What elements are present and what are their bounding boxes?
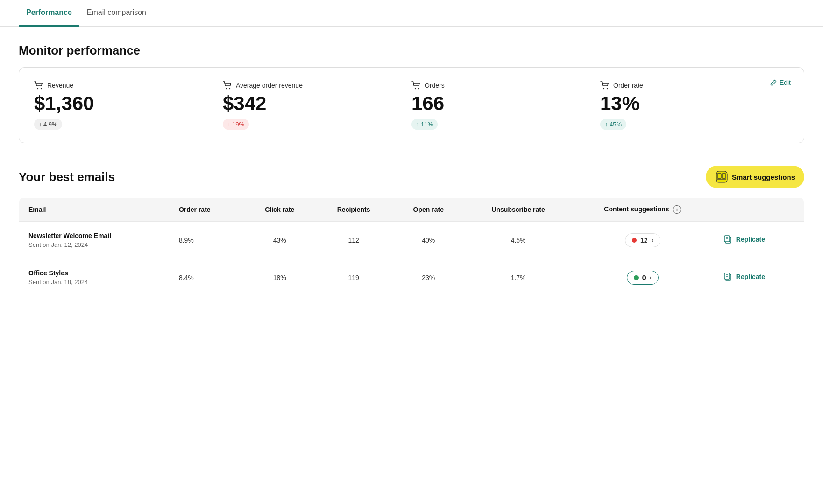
- order-rate-cell-2: 8.4%: [170, 259, 244, 296]
- col-header-email: Email: [19, 198, 170, 222]
- svg-point-0: [37, 88, 38, 89]
- metric-orders: Orders 166 ↑ 11%: [412, 81, 600, 130]
- suggestions-dot-2: [634, 275, 639, 280]
- email-name-2: Office Styles: [28, 269, 160, 277]
- table-header: Email Order rate Click rate Recipients O…: [19, 198, 804, 222]
- smart-suggestions-icon: [715, 170, 728, 183]
- metrics-card: Revenue $1,360 ↓ 4.9% Average order reve…: [19, 67, 804, 143]
- col-header-unsubscribe-rate: Unsubscribe rate: [465, 198, 572, 222]
- unsubscribe-rate-cell-1: 4.5%: [465, 222, 572, 259]
- orders-badge: ↑ 11%: [412, 119, 438, 130]
- open-rate-cell-2: 23%: [392, 259, 465, 296]
- order-rate-cell-1: 8.9%: [170, 222, 244, 259]
- col-header-open-rate: Open rate: [392, 198, 465, 222]
- avg-order-label: Average order revenue: [223, 81, 402, 90]
- col-header-action: [714, 198, 804, 222]
- svg-point-4: [415, 88, 416, 89]
- orders-label: Orders: [412, 81, 591, 90]
- suggestions-chevron-2: ›: [650, 274, 652, 281]
- page-content: Monitor performance Revenue $1,360 ↓ 4.9…: [0, 27, 823, 313]
- email-date-1: Sent on Jan. 12, 2024: [28, 241, 160, 248]
- revenue-label-text: Revenue: [47, 82, 73, 89]
- cart-icon-revenue: [34, 81, 43, 90]
- suggestions-dot-1: [632, 238, 637, 243]
- suggestions-count-1: 12: [640, 237, 648, 244]
- edit-button[interactable]: Edit: [770, 79, 791, 86]
- cart-icon-avg: [223, 81, 232, 90]
- replicate-button-2[interactable]: Replicate: [723, 272, 765, 281]
- suggestions-chevron-1: ›: [651, 237, 653, 244]
- open-rate-cell-1: 40%: [392, 222, 465, 259]
- order-rate-badge-text: 45%: [610, 121, 622, 128]
- suggestions-cell-1: 12 ›: [572, 222, 714, 259]
- avg-order-badge-text: 19%: [232, 121, 244, 128]
- svg-point-2: [226, 88, 227, 89]
- svg-point-5: [418, 88, 419, 89]
- revenue-arrow-down: ↓: [39, 121, 42, 128]
- click-rate-cell-1: 43%: [244, 222, 315, 259]
- svg-point-3: [229, 88, 230, 89]
- suggestions-badge-1[interactable]: 12 ›: [625, 233, 660, 247]
- recipients-cell-2: 119: [315, 259, 392, 296]
- replicate-label-2: Replicate: [736, 273, 765, 280]
- replicate-button-1[interactable]: Replicate: [723, 235, 765, 244]
- orders-arrow: ↑: [416, 121, 419, 128]
- unsubscribe-rate-cell-2: 1.7%: [465, 259, 572, 296]
- revenue-badge: ↓ 4.9%: [34, 119, 62, 130]
- col-header-content-suggestions: Content suggestions i: [572, 198, 714, 222]
- table-body: Newsletter Welcome Email Sent on Jan. 12…: [19, 222, 804, 296]
- orders-label-text: Orders: [425, 82, 445, 89]
- svg-point-1: [41, 88, 42, 89]
- replicate-icon-1: [723, 235, 732, 244]
- replicate-icon-2: [723, 272, 732, 281]
- table-row: Newsletter Welcome Email Sent on Jan. 12…: [19, 222, 804, 259]
- col-header-click-rate: Click rate: [244, 198, 315, 222]
- cart-icon-orders: [412, 81, 421, 90]
- metric-revenue: Revenue $1,360 ↓ 4.9%: [34, 81, 223, 130]
- revenue-value: $1,360: [34, 94, 213, 113]
- email-cell-2: Office Styles Sent on Jan. 18, 2024: [19, 259, 170, 296]
- best-emails-title: Your best emails: [19, 170, 115, 184]
- col-header-order-rate: Order rate: [170, 198, 244, 222]
- action-cell-1: Replicate: [714, 222, 804, 259]
- edit-label: Edit: [780, 79, 791, 86]
- edit-icon: [770, 79, 777, 86]
- emails-table: Email Order rate Click rate Recipients O…: [19, 197, 804, 296]
- svg-point-6: [603, 88, 604, 89]
- col-header-recipients: Recipients: [315, 198, 392, 222]
- avg-order-value: $342: [223, 94, 402, 113]
- revenue-label: Revenue: [34, 81, 213, 90]
- smart-suggestions-label: Smart suggestions: [732, 173, 795, 181]
- tabs-container: Performance Email comparison: [0, 0, 823, 27]
- tab-email-comparison[interactable]: Email comparison: [79, 0, 154, 27]
- metric-avg-order-revenue: Average order revenue $342 ↓ 19%: [223, 81, 412, 130]
- suggestions-badge-2[interactable]: 0 ›: [627, 271, 659, 285]
- click-rate-cell-2: 18%: [244, 259, 315, 296]
- action-cell-2: Replicate: [714, 259, 804, 296]
- order-rate-arrow: ↑: [605, 121, 608, 128]
- avg-order-arrow: ↓: [227, 121, 230, 128]
- tab-performance[interactable]: Performance: [19, 0, 79, 27]
- replicate-label-1: Replicate: [736, 236, 765, 243]
- revenue-badge-text: 4.9%: [43, 121, 57, 128]
- svg-point-7: [607, 88, 608, 89]
- orders-badge-text: 11%: [421, 121, 433, 128]
- orders-value: 166: [412, 94, 591, 113]
- cart-icon-order-rate: [600, 81, 610, 90]
- best-emails-header: Your best emails Smart suggestions: [19, 166, 804, 188]
- smart-suggestions-button[interactable]: Smart suggestions: [706, 166, 804, 188]
- order-rate-label: Order rate: [600, 81, 780, 90]
- suggestions-cell-2: 0 ›: [572, 259, 714, 296]
- metric-order-rate: Order rate 13% ↑ 45%: [600, 81, 789, 130]
- email-date-2: Sent on Jan. 18, 2024: [28, 279, 160, 286]
- table-row: Office Styles Sent on Jan. 18, 2024 8.4%…: [19, 259, 804, 296]
- monitor-performance-title: Monitor performance: [19, 43, 804, 58]
- recipients-cell-1: 112: [315, 222, 392, 259]
- order-rate-label-text: Order rate: [613, 82, 643, 89]
- avg-order-badge: ↓ 19%: [223, 119, 249, 130]
- suggestions-count-2: 0: [642, 274, 646, 281]
- avg-order-label-text: Average order revenue: [236, 82, 303, 89]
- email-cell-1: Newsletter Welcome Email Sent on Jan. 12…: [19, 222, 170, 259]
- content-suggestions-info-icon[interactable]: i: [673, 205, 681, 214]
- order-rate-value: 13%: [600, 94, 780, 113]
